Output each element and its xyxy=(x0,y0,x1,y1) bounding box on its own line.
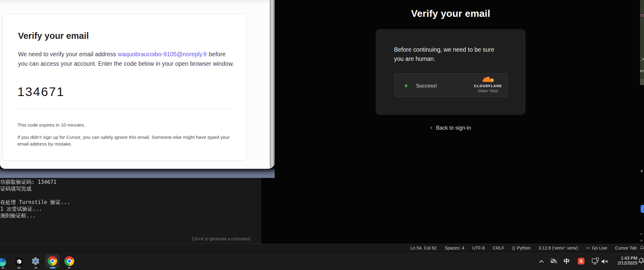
email-heading: Verify your email xyxy=(18,31,89,41)
taskbar-clock[interactable]: 1:43 PM 2/12/2025 xyxy=(610,256,637,265)
active-window-indicator xyxy=(50,267,56,268)
expiry-note: This code expires in 10 minutes. xyxy=(17,122,85,128)
go-live-label: Go Live xyxy=(592,246,607,250)
language-label: Python xyxy=(517,246,530,250)
verification-subtitle: Before continuing, we need to be sure yo… xyxy=(394,45,501,63)
chrome-icon xyxy=(48,256,57,266)
broadcast-icon xyxy=(586,246,590,250)
clock-date: 2/12/2025 xyxy=(610,261,637,265)
cloudflare-wordmark: CLOUDFLARE xyxy=(473,84,503,88)
turnstile-links: Privacy•Terms xyxy=(473,89,503,92)
terms-link[interactable]: Terms xyxy=(490,89,498,92)
notifications-bell-icon[interactable] xyxy=(640,246,644,251)
go-live-button[interactable]: Go Live xyxy=(586,246,607,250)
page-title: Verify your email xyxy=(376,8,526,19)
settings-gear-icon[interactable] xyxy=(31,257,40,267)
edge-browser-icon[interactable] xyxy=(0,258,6,266)
terminal-line: 证码填写完成 xyxy=(0,185,31,192)
focus-assist-bell-icon[interactable]: z xyxy=(638,257,644,266)
edge-window-sliver xyxy=(640,0,644,79)
back-to-signin-label: Back to sign-in xyxy=(436,125,471,131)
indentation-indicator[interactable]: Spaces: 4 xyxy=(445,246,465,250)
onedrive-paused-icon[interactable] xyxy=(549,258,558,265)
close-icon[interactable]: × xyxy=(640,238,642,243)
divider xyxy=(17,109,231,109)
verification-code: 134671 xyxy=(17,85,65,99)
email-window-scrollbar-edge[interactable] xyxy=(270,0,275,168)
body-before-link: We need to verify your email address xyxy=(18,51,118,57)
return-icon: ↵ xyxy=(640,232,643,236)
verification-card xyxy=(376,29,526,115)
sliver-text-fragment: _w xyxy=(640,56,644,61)
tray-chevron-up-icon[interactable] xyxy=(539,259,544,264)
cursor-app-icon[interactable] xyxy=(15,258,23,265)
taskbar: 中 S xyxy=(0,252,644,270)
sliver-text-fragment: co xyxy=(640,13,644,17)
terminal-line: 功获取验证码: 134671 xyxy=(0,179,56,186)
terminal-panel[interactable]: 功获取验证码: 134671 证码填写完成 在处理 Turnstile 验证..… xyxy=(0,178,261,244)
cursor-tab-toggle[interactable]: Cursor Tab xyxy=(615,246,637,250)
turnstile-status: Success! xyxy=(416,83,437,89)
running-indicator xyxy=(34,267,37,268)
running-indicator xyxy=(2,267,4,268)
braces-icon: {} xyxy=(512,246,515,250)
cloudflare-branding: CLOUDFLARE Privacy•Terms xyxy=(473,76,503,92)
back-to-signin-link[interactable]: ‹Back to sign-in xyxy=(376,124,526,131)
sliver-text-fragment: er xyxy=(640,68,644,73)
success-dot-icon xyxy=(405,84,407,87)
cursor-logo xyxy=(16,259,22,264)
ctrl-k-hint: Ctrl+K to generate a command xyxy=(192,236,250,241)
cloudflare-cloud-icon xyxy=(481,76,495,83)
running-indicator xyxy=(17,267,20,268)
chrome-active-app[interactable] xyxy=(45,254,60,268)
sogou-input-icon[interactable]: S xyxy=(578,258,584,264)
disclaimer-note: If you didn’t sign up for Cursor, you ca… xyxy=(17,134,232,147)
python-interpreter[interactable]: 3.12.8 ('venv': venv) xyxy=(539,246,578,250)
terminal-line: 在处理 Turnstile 验证... xyxy=(0,199,70,206)
status-bar: Ln 54, Col 62 Spaces: 4 UTF-8 CRLF {} Py… xyxy=(0,244,644,252)
terminal-line: 测到验证框... xyxy=(0,212,36,219)
chrome-browser-icon[interactable] xyxy=(64,256,74,266)
sliver-blue-button[interactable] xyxy=(641,205,644,213)
language-mode[interactable]: {} Python xyxy=(512,246,530,250)
encoding-indicator[interactable]: UTF-8 xyxy=(472,246,485,250)
volume-muted-icon[interactable] xyxy=(601,259,608,265)
terminal-line: 1 次尝试验证... xyxy=(0,205,42,213)
edge-window-sliver-band xyxy=(640,79,644,85)
email-body-text: We need to verify your email address waq… xyxy=(18,50,235,68)
eol-indicator[interactable]: CRLF xyxy=(493,246,504,250)
display-project-icon[interactable] xyxy=(592,257,599,266)
svg-text:z: z xyxy=(642,258,643,261)
sliver-orange-dot xyxy=(641,170,642,172)
chevron-left-icon: ‹ xyxy=(430,124,432,131)
ime-chinese-indicator[interactable]: 中 xyxy=(564,257,570,265)
email-window-bottom-band xyxy=(0,169,275,178)
cursor-position-indicator[interactable]: Ln 54, Col 62 xyxy=(411,246,437,250)
clock-time: 1:43 PM xyxy=(610,256,637,261)
privacy-link[interactable]: Privacy xyxy=(478,89,488,92)
email-address-link[interactable]: waquobraucoibo-9105@noreply.fr xyxy=(118,51,207,57)
running-indicator xyxy=(68,267,71,268)
